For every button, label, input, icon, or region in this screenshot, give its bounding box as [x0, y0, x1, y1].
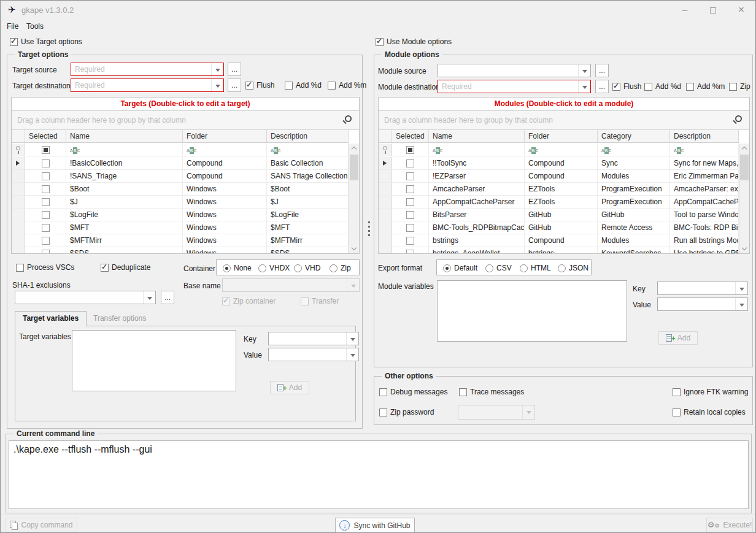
export-csv-radio[interactable]: CSV	[485, 264, 512, 272]
row-select-checkbox[interactable]	[25, 247, 66, 253]
sha1-browse-button[interactable]: ...	[161, 291, 174, 304]
header-folder[interactable]: Folder	[525, 130, 598, 142]
filter-description[interactable]: ABC	[670, 144, 739, 156]
table-row[interactable]: $MFTMirr Windows $MFTMirr	[12, 234, 349, 247]
sha1-exclusions-combo[interactable]	[15, 291, 156, 304]
module-variables-listbox[interactable]	[437, 280, 627, 342]
table-row[interactable]: AppCompatCacheParser EZTools ProgramExec…	[379, 196, 739, 209]
chevron-down-icon[interactable]	[346, 348, 358, 361]
row-select-checkbox[interactable]	[25, 196, 66, 208]
maximize-button[interactable]	[699, 1, 727, 19]
targets-groupby-panel[interactable]: Drag a column header here to group by th…	[12, 111, 359, 130]
target-source-browse-button[interactable]: ...	[228, 63, 241, 76]
module-destination-browse-button[interactable]: ...	[595, 80, 609, 93]
table-row[interactable]: bstrings Compound Modules Run all bstrin…	[379, 234, 739, 247]
zip-password-checkbox[interactable]: Zip password	[379, 408, 434, 416]
panel-splitter[interactable]	[368, 221, 371, 239]
target-add-percent-d-checkbox[interactable]: Add %d	[285, 81, 322, 90]
header-selected[interactable]: Selected	[25, 130, 66, 142]
table-row[interactable]: bstrings_AeonWallet bstrings KeywordSear…	[379, 247, 739, 253]
row-select-checkbox[interactable]	[392, 157, 429, 169]
row-select-checkbox[interactable]	[25, 157, 66, 169]
module-zip-checkbox[interactable]: Zip	[729, 82, 750, 91]
target-source-combo[interactable]: Required	[71, 63, 224, 76]
filter-folder[interactable]: ABC	[525, 144, 598, 156]
filter-name[interactable]: ABC	[429, 144, 525, 156]
target-variables-listbox[interactable]	[72, 330, 236, 391]
chevron-down-icon[interactable]	[578, 64, 590, 77]
tab-transfer-options[interactable]: Transfer options	[86, 312, 153, 326]
row-select-checkbox[interactable]	[392, 221, 429, 234]
row-select-checkbox[interactable]	[25, 170, 66, 182]
module-source-combo[interactable]	[438, 64, 591, 77]
table-row[interactable]: BitsParser GitHub GitHub Tool to parse W…	[379, 209, 739, 221]
container-zip-radio[interactable]: Zip	[330, 264, 351, 272]
table-row[interactable]: !BasicCollection Compound Basic Collecti…	[12, 157, 349, 170]
table-row[interactable]: AmcacheParser EZTools ProgramExecution A…	[379, 183, 739, 196]
chevron-down-icon[interactable]	[211, 63, 223, 75]
header-description[interactable]: Description	[670, 130, 739, 142]
chevron-down-icon[interactable]	[346, 332, 358, 345]
table-row[interactable]: !SANS_Triage Compound SANS Triage Collec…	[12, 170, 349, 183]
close-button[interactable]: ×	[727, 1, 755, 19]
export-default-radio[interactable]: Default	[443, 264, 477, 272]
header-description[interactable]: Description	[267, 130, 349, 142]
process-vscs-checkbox[interactable]: Process VSCs	[16, 263, 74, 272]
row-select-checkbox[interactable]	[392, 183, 429, 195]
scroll-down-icon[interactable]	[742, 245, 747, 250]
vertical-scrollbar[interactable]	[739, 144, 749, 253]
row-select-checkbox[interactable]	[392, 170, 429, 182]
ignore-ftk-warning-checkbox[interactable]: Ignore FTK warning	[673, 388, 748, 396]
header-name[interactable]: Name	[429, 130, 525, 142]
target-destination-browse-button[interactable]: ...	[228, 79, 241, 92]
deduplicate-checkbox[interactable]: Deduplicate	[101, 263, 150, 272]
search-icon[interactable]	[735, 115, 742, 122]
filter-name[interactable]: ABC	[66, 144, 183, 156]
filter-selected-checkbox[interactable]	[25, 144, 66, 156]
container-vhd-radio[interactable]: VHD	[294, 264, 320, 272]
table-row[interactable]: $LogFile Windows $LogFile	[12, 209, 349, 221]
row-select-checkbox[interactable]	[392, 196, 429, 208]
row-select-checkbox[interactable]	[25, 183, 66, 195]
target-destination-combo[interactable]: Required	[71, 79, 224, 92]
scroll-down-icon[interactable]	[352, 245, 357, 250]
row-select-checkbox[interactable]	[392, 209, 429, 221]
export-json-radio[interactable]: JSON	[558, 264, 588, 272]
row-select-checkbox[interactable]	[25, 221, 66, 234]
sync-with-github-button[interactable]: ↓ Sync with GitHub	[335, 518, 415, 533]
table-row[interactable]: $Boot Windows $Boot	[12, 183, 349, 196]
container-none-radio[interactable]: None	[223, 264, 252, 272]
target-key-combo[interactable]	[268, 332, 359, 345]
module-key-combo[interactable]	[657, 282, 748, 295]
vertical-scrollbar[interactable]	[349, 144, 359, 253]
menu-tools[interactable]: Tools	[23, 21, 47, 32]
use-target-options-checkbox[interactable]: Use Target options	[10, 37, 82, 46]
target-add-percent-m-checkbox[interactable]: Add %m	[328, 81, 366, 90]
scrollbar-thumb[interactable]	[740, 155, 749, 180]
module-value-combo[interactable]	[657, 297, 748, 311]
header-folder[interactable]: Folder	[183, 130, 267, 142]
tab-target-variables[interactable]: Target variables	[15, 311, 87, 326]
scrollbar-thumb[interactable]	[350, 155, 358, 180]
target-flush-checkbox[interactable]: Flush	[245, 81, 274, 90]
filter-selected-checkbox[interactable]	[392, 144, 429, 156]
scroll-up-icon[interactable]	[352, 147, 357, 151]
retain-local-copies-checkbox[interactable]: Retain local copies	[673, 408, 746, 416]
table-row[interactable]: BMC-Tools_RDPBitmapCache... GitHub Remot…	[379, 221, 739, 234]
modules-groupby-panel[interactable]: Drag a column header here to group by th…	[379, 111, 749, 130]
targets-filter-row[interactable]: ABC ABC ABC	[12, 144, 349, 156]
row-select-checkbox[interactable]	[25, 234, 66, 247]
modules-filter-row[interactable]: ABC ABC ABC ABC	[379, 144, 739, 156]
container-vhdx-radio[interactable]: VHDX	[258, 264, 290, 272]
row-select-checkbox[interactable]	[25, 209, 66, 221]
chevron-down-icon[interactable]	[735, 298, 747, 310]
module-destination-combo[interactable]: Required	[438, 80, 591, 93]
debug-messages-checkbox[interactable]: Debug messages	[379, 388, 447, 396]
scroll-up-icon[interactable]	[742, 147, 747, 151]
chevron-down-icon[interactable]	[211, 79, 223, 91]
header-category[interactable]: Category	[598, 130, 670, 142]
filter-category[interactable]: ABC	[598, 144, 670, 156]
search-icon[interactable]	[345, 115, 352, 122]
chevron-down-icon[interactable]	[578, 80, 590, 93]
chevron-down-icon[interactable]	[143, 291, 155, 304]
